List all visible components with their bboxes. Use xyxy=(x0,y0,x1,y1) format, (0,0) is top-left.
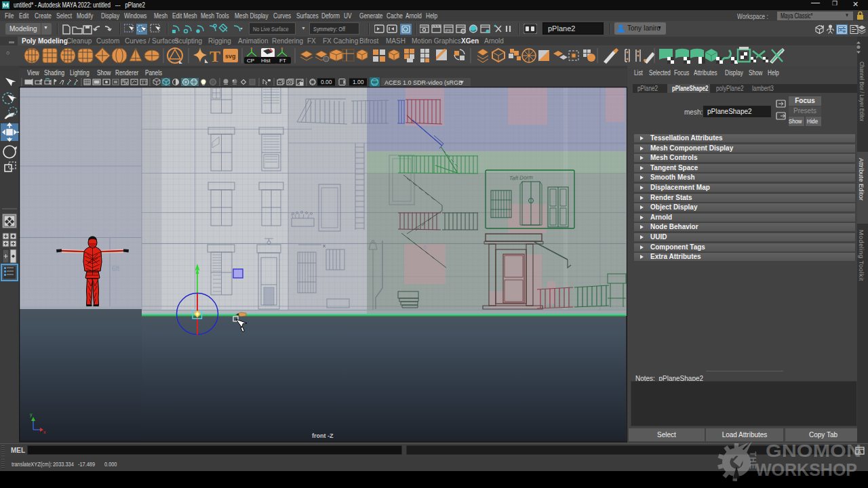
svg-text:WORKSHOP: WORKSHOP xyxy=(755,460,857,479)
svg-text:front -Z: front -Z xyxy=(312,432,334,439)
svg-text:ACES 1.0 SDR-video (sRGB: ACES 1.0 SDR-video (sRGB xyxy=(384,79,462,86)
svg-text:IPR: IPR xyxy=(446,28,452,33)
svg-text:CP: CP xyxy=(247,58,254,64)
svg-text:FT: FT xyxy=(279,58,286,64)
svg-text:Hist: Hist xyxy=(261,58,271,64)
svg-text:6ft: 6ft xyxy=(112,265,119,272)
svg-text:TT: TT xyxy=(142,80,148,85)
svg-text:Taft Dorm: Taft Dorm xyxy=(509,174,533,181)
svg-text:x: x xyxy=(43,430,46,434)
svg-text:6: 6 xyxy=(423,244,427,251)
svg-text:T: T xyxy=(210,47,220,65)
svg-text:svg: svg xyxy=(225,53,236,60)
svg-text:y: y xyxy=(30,412,33,418)
svg-text:x: x xyxy=(323,243,326,249)
svg-text:1.00: 1.00 xyxy=(353,79,364,85)
svg-text:GNOMON: GNOMON xyxy=(766,441,861,460)
svg-text:0.00: 0.00 xyxy=(321,79,332,85)
